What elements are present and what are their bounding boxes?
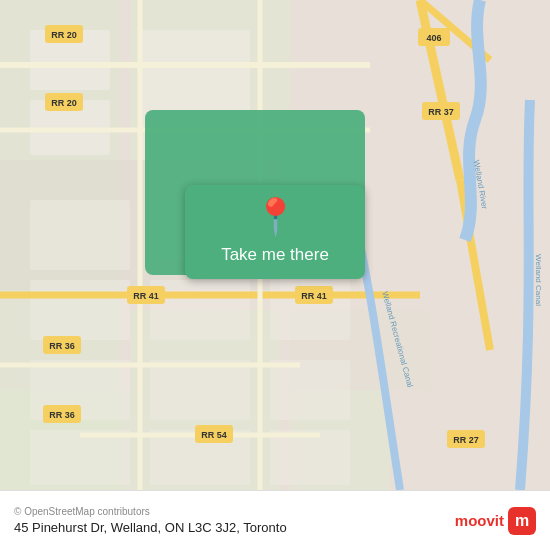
- svg-text:RR 41: RR 41: [301, 291, 327, 301]
- svg-rect-14: [30, 430, 130, 485]
- moovit-text: moovit: [455, 512, 504, 529]
- bottom-bar: © OpenStreetMap contributors 45 Pinehurs…: [0, 490, 550, 550]
- location-pin-icon: 📍: [253, 199, 298, 235]
- svg-rect-17: [150, 360, 250, 420]
- svg-text:RR 20: RR 20: [51, 98, 77, 108]
- svg-rect-22: [270, 430, 350, 485]
- address-section: © OpenStreetMap contributors 45 Pinehurs…: [14, 506, 287, 535]
- svg-rect-11: [30, 200, 130, 270]
- map-view: RR 20 RR 20 406 RR 37 RR 41 RR 41 RR 36 …: [0, 0, 550, 490]
- copyright-text: © OpenStreetMap contributors: [14, 506, 287, 517]
- svg-text:RR 37: RR 37: [428, 107, 454, 117]
- svg-text:RR 41: RR 41: [133, 291, 159, 301]
- address-text: 45 Pinehurst Dr, Welland, ON L3C 3J2, To…: [14, 520, 287, 535]
- svg-text:RR 54: RR 54: [201, 430, 227, 440]
- svg-text:Welland Canal: Welland Canal: [534, 254, 543, 306]
- button-label: Take me there: [221, 245, 329, 265]
- svg-text:RR 36: RR 36: [49, 410, 75, 420]
- moovit-icon: m: [508, 507, 536, 535]
- take-me-there-button[interactable]: 📍 Take me there: [185, 185, 365, 279]
- svg-rect-12: [30, 280, 130, 340]
- svg-rect-21: [270, 360, 350, 420]
- svg-text:RR 27: RR 27: [453, 435, 479, 445]
- svg-text:406: 406: [426, 33, 441, 43]
- moovit-logo: moovit m: [455, 507, 536, 535]
- svg-text:RR 36: RR 36: [49, 341, 75, 351]
- svg-text:RR 20: RR 20: [51, 30, 77, 40]
